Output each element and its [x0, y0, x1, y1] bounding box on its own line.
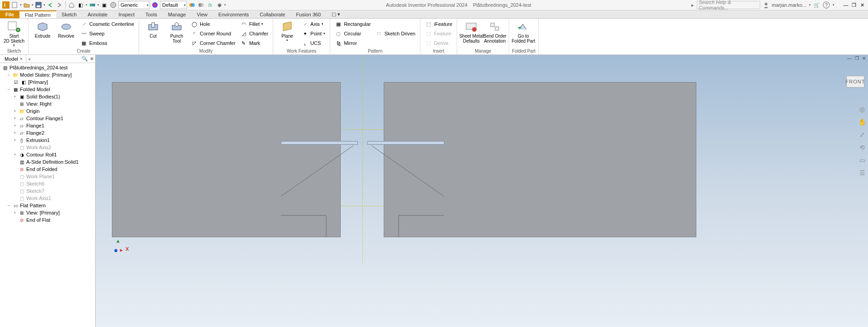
search-input[interactable]: Search Help & Commands... [697, 1, 760, 9]
search-browser-icon[interactable]: 🔍 [82, 56, 88, 62]
fx-icon[interactable]: fx [206, 1, 214, 9]
ifeature-button[interactable]: ⬚iFeature [423, 20, 454, 29]
tree-item[interactable]: +▣Solid Bodies(1) [0, 93, 95, 100]
tab-annotate[interactable]: Annotate [82, 10, 113, 18]
tab-file[interactable]: File [0, 10, 19, 18]
point-button[interactable]: ✦Point ▾ [299, 29, 327, 38]
mark-button[interactable]: ✎Mark [238, 39, 270, 48]
tree-item[interactable]: +◑Contour Roll1 [0, 151, 95, 158]
close-icon[interactable]: ✕ [19, 57, 23, 61]
tab-collaborate[interactable]: Collaborate [254, 10, 290, 18]
tree-item[interactable]: ▥A-Side Definition:Solid1 [0, 158, 95, 166]
punch-tool-button[interactable]: Punch Tool [165, 20, 188, 48]
tree-item[interactable]: +▯Extrusion1 [0, 137, 95, 144]
tab-extra-dropdown[interactable]: ▢ ▾ [326, 10, 346, 18]
collapse-icon[interactable]: − [6, 73, 11, 77]
material-combo[interactable]: Generic [118, 1, 150, 9]
tab-flat-pattern[interactable]: Flat Pattern [19, 10, 56, 18]
tree-item[interactable]: +⊞View: [Primary] [0, 209, 95, 216]
tree-root[interactable]: ▧Plåtutbrednings_2024-test [0, 64, 95, 71]
mirror-button[interactable]: ⧎Mirror [333, 39, 372, 48]
tree-item[interactable]: +▱Contour Flange1 [0, 115, 95, 122]
undo-icon[interactable] [46, 1, 54, 9]
ucs-button[interactable]: ⌞UCS [299, 39, 327, 48]
tree-item[interactable]: ▢Sketch7 [0, 187, 95, 195]
look-at-icon[interactable]: ▭ [858, 156, 867, 165]
appearance-icon[interactable] [151, 1, 159, 9]
tab-fusion360[interactable]: Fusion 360 [291, 10, 326, 18]
expand-icon[interactable]: + [13, 138, 17, 142]
plane-button[interactable]: Plane▾ [276, 20, 299, 48]
new-icon[interactable] [11, 1, 19, 9]
collapse-icon[interactable]: − [6, 203, 11, 208]
material-icon[interactable] [109, 1, 117, 9]
corner-round-button[interactable]: ◜Corner Round [189, 29, 237, 38]
tab-inspect[interactable]: Inspect [113, 10, 140, 18]
close-button[interactable]: ✕ [858, 1, 866, 9]
expand-icon[interactable]: + [13, 123, 17, 128]
user-icon[interactable] [763, 2, 769, 8]
fillet-button[interactable]: ◠Fillet ▾ [238, 20, 270, 29]
browser-tab-model[interactable]: Model ✕ [2, 55, 26, 63]
tree-end-flat[interactable]: ⊘End of Flat [0, 216, 95, 224]
corner-chamfer-button[interactable]: ◸Corner Chamfer [189, 39, 237, 48]
chamfer-button[interactable]: ◿Chamfer [238, 29, 270, 38]
expand-icon[interactable]: + [13, 116, 17, 121]
appearance-combo[interactable]: Default [160, 1, 187, 9]
emboss-button[interactable]: ▦Emboss [78, 39, 136, 48]
tree-item[interactable]: ▢Sketch6 [0, 180, 95, 187]
pan-icon[interactable]: ✋ [858, 117, 867, 127]
tree-item[interactable]: +📁Origin [0, 107, 95, 115]
sweep-button[interactable]: 〰Sweep [78, 29, 136, 38]
rectangular-button[interactable]: ▦Rectangular [333, 20, 372, 29]
tree-model-states[interactable]: −📁Model States: [Primary] [0, 71, 95, 78]
steering-wheel-icon[interactable]: ◎ [858, 105, 867, 114]
expand-icon[interactable]: + [13, 109, 17, 113]
tree-item[interactable]: ▢Work Axis1 [0, 195, 95, 202]
cosmetic-centerline-button[interactable]: ⟋Cosmetic Centerline [78, 20, 136, 29]
goto-folded-button[interactable]: Go to Folded Part [512, 20, 535, 48]
vp-close-button[interactable]: ✕ [861, 55, 867, 61]
tab-manage[interactable]: Manage [163, 10, 192, 18]
bend-order-button[interactable]: Bend Order Annotation [483, 20, 506, 48]
collapse-icon[interactable]: − [6, 87, 11, 92]
browser-menu-icon[interactable]: ≡ [91, 56, 93, 62]
app-icon[interactable]: I [2, 1, 10, 9]
cut-button[interactable]: Cut [142, 20, 164, 48]
appearance-override-icon[interactable] [188, 1, 196, 9]
start-2d-sketch-button[interactable]: Start 2D Sketch ▾ [3, 20, 25, 48]
axis-button[interactable]: ⟋Axis ▾ [299, 20, 327, 29]
zoom-icon[interactable]: ⤢ [858, 130, 867, 139]
expand-icon[interactable]: + [13, 94, 17, 99]
expand-icon[interactable]: + [13, 131, 17, 135]
help-icon[interactable]: ? [823, 1, 830, 9]
tree-item[interactable]: ▢Work Plane1 [0, 173, 95, 180]
tab-view[interactable]: View [191, 10, 213, 18]
expand-icon[interactable]: + [13, 152, 17, 157]
tab-environments[interactable]: Environments [213, 10, 254, 18]
tree-primary[interactable]: ☑◧[Primary] [0, 78, 95, 86]
view-cube[interactable]: FRONT [846, 76, 864, 88]
expand-icon[interactable]: + [13, 210, 17, 215]
add-tab-button[interactable]: + [28, 56, 31, 62]
redo-icon[interactable] [55, 1, 63, 9]
team-web-icon[interactable]: ◧ [77, 1, 85, 9]
vp-maximize-button[interactable]: ❐ [854, 55, 860, 61]
tree-item[interactable]: ▢Work Axis2 [0, 144, 95, 151]
sketch-driven-button[interactable]: ∷Sketch Driven [374, 29, 417, 38]
tree-folded-model[interactable]: −▦Folded Model [0, 86, 95, 93]
tree-item[interactable]: +▱Flange2 [0, 129, 95, 137]
hole-button[interactable]: ◯Hole [189, 20, 237, 29]
cart-icon[interactable]: 🛒 [814, 2, 820, 8]
tree-item[interactable]: +▱Flange1 [0, 122, 95, 129]
clear-override-icon[interactable] [197, 1, 205, 9]
search-expand-icon[interactable]: ▸ [691, 2, 694, 8]
home-icon[interactable] [68, 1, 76, 9]
tab-tools[interactable]: Tools [140, 10, 163, 18]
revolve-button[interactable]: Revolve [55, 20, 77, 48]
tree-end-folded[interactable]: ⊘End of Folded [0, 166, 95, 173]
orbit-icon[interactable]: ⟲ [858, 143, 867, 152]
circular-button[interactable]: ◌Circular [333, 29, 372, 38]
vp-minimize-button[interactable]: — [846, 55, 853, 61]
assembly-icon[interactable] [88, 1, 96, 9]
